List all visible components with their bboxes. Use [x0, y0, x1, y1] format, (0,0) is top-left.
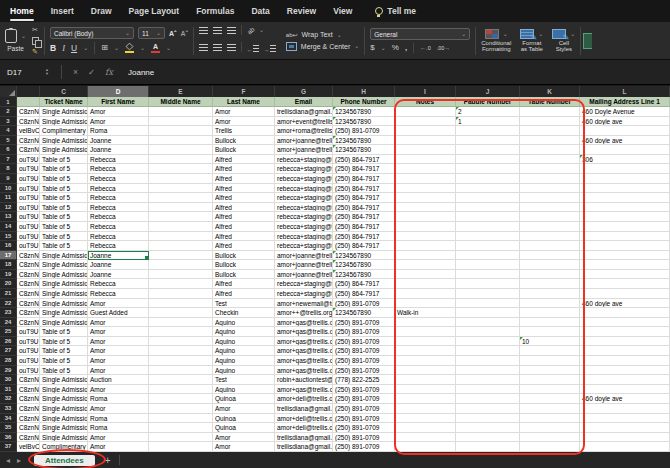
formula-input[interactable]: Joanne: [128, 68, 154, 77]
cell-L10[interactable]: [580, 184, 670, 194]
wrap-text-button[interactable]: ab↩ Wrap Text⌄: [286, 31, 359, 39]
cell-K4[interactable]: [520, 126, 580, 136]
cell-C16[interactable]: Table of 5: [40, 241, 88, 251]
cell-I6[interactable]: [395, 145, 456, 155]
cell-D4[interactable]: Roma: [88, 126, 149, 136]
cell-C2[interactable]: Single Admission: [40, 107, 88, 117]
cell-H22[interactable]: (250) 891-0709: [333, 299, 395, 309]
row-header-26[interactable]: 26: [0, 337, 17, 347]
row-header-34[interactable]: 34: [0, 414, 17, 424]
cell-I29[interactable]: [395, 366, 456, 376]
cell-H3[interactable]: 1234567890: [333, 117, 395, 127]
cell-23[interactable]: C8znN: [17, 308, 40, 318]
cell-H13[interactable]: (250) 864-7917: [333, 212, 395, 222]
cell-D19[interactable]: Joanne: [88, 270, 149, 280]
cell-G19[interactable]: amor+joanne@trellis.org: [275, 270, 333, 280]
cell-H32[interactable]: (250) 891-0709: [333, 394, 395, 404]
cell-2[interactable]: C8znN: [17, 107, 40, 117]
align-top-icon[interactable]: [199, 27, 208, 34]
cell-E14[interactable]: [149, 222, 213, 232]
cell-I11[interactable]: [395, 193, 456, 203]
cell-I23[interactable]: Walk-in: [395, 308, 456, 318]
cell-C18[interactable]: Single Admission: [40, 260, 88, 270]
cell-L19[interactable]: [580, 270, 670, 280]
cell-E12[interactable]: [149, 203, 213, 213]
cell-33[interactable]: C8znN: [17, 404, 40, 414]
column-header-K[interactable]: K: [520, 86, 580, 97]
cell-F14[interactable]: Alfred: [213, 222, 275, 232]
cell-D18[interactable]: Joanne: [88, 260, 149, 270]
cell-F3[interactable]: Amor: [213, 117, 275, 127]
cell-K21[interactable]: [520, 289, 580, 299]
cell-K23[interactable]: [520, 308, 580, 318]
cell-28[interactable]: ouT9U: [17, 356, 40, 366]
cell-J15[interactable]: [456, 232, 520, 242]
header-cell-email[interactable]: Email: [275, 97, 333, 107]
cell-L18[interactable]: [580, 260, 670, 270]
cell-D31[interactable]: Amor: [88, 385, 149, 395]
cell-J6[interactable]: [456, 145, 520, 155]
cell-H16[interactable]: (250) 864-7917: [333, 241, 395, 251]
cell-E32[interactable]: [149, 394, 213, 404]
cell-I28[interactable]: [395, 356, 456, 366]
cell-G34[interactable]: amor+dell@trellis.org: [275, 414, 333, 424]
header-cell-paddle[interactable]: Paddle Number: [456, 97, 520, 107]
cell-C3[interactable]: Single Admission: [40, 117, 88, 127]
cell-J23[interactable]: [456, 308, 520, 318]
cell-E31[interactable]: [149, 385, 213, 395]
row-header-2[interactable]: 2: [0, 107, 17, 117]
cell-34[interactable]: C8znN: [17, 414, 40, 424]
row-header-11[interactable]: 11: [0, 193, 17, 203]
cell-J31[interactable]: [456, 385, 520, 395]
cell-L21[interactable]: [580, 289, 670, 299]
cell-J10[interactable]: [456, 184, 520, 194]
cell-D14[interactable]: Rebecca: [88, 222, 149, 232]
merge-center-button[interactable]: Merge & Center⌄: [286, 42, 359, 51]
increase-indent-icon[interactable]: →: [264, 38, 276, 56]
cell-H30[interactable]: (778) 822-2525: [333, 375, 395, 385]
cell-K11[interactable]: [520, 193, 580, 203]
cell-I35[interactable]: [395, 423, 456, 433]
column-header-I[interactable]: I: [395, 86, 456, 97]
cell-E13[interactable]: [149, 212, 213, 222]
cell-L26[interactable]: [580, 337, 670, 347]
cell-G37[interactable]: trellisdiana@gmail.com: [275, 442, 333, 452]
cell-D32[interactable]: Roma: [88, 394, 149, 404]
cell-K18[interactable]: [520, 260, 580, 270]
cell-I27[interactable]: [395, 346, 456, 356]
cell-I7[interactable]: [395, 155, 456, 165]
comma-style-icon[interactable]: ,: [405, 44, 407, 52]
column-header-E[interactable]: E: [149, 86, 213, 97]
cell-F35[interactable]: Quinoa: [213, 423, 275, 433]
cell-H27[interactable]: (250) 891-0709: [333, 346, 395, 356]
cell-D33[interactable]: Amor: [88, 404, 149, 414]
row-header-19[interactable]: 19: [0, 270, 17, 280]
cell-I3[interactable]: [395, 117, 456, 127]
borders-icon[interactable]: ⊞: [101, 44, 108, 52]
cell-C27[interactable]: Table of 5: [40, 346, 88, 356]
row-header-28[interactable]: 28: [0, 356, 17, 366]
cell-J19[interactable]: [456, 270, 520, 280]
cell-6[interactable]: C8znN: [17, 145, 40, 155]
align-bottom-icon[interactable]: [227, 27, 236, 34]
cell-L30[interactable]: [580, 375, 670, 385]
cell-J2[interactable]: 2: [456, 107, 520, 117]
ribbon-tab-formulas[interactable]: Formulas: [196, 6, 234, 16]
name-box-stepper[interactable]: ▲▼: [45, 68, 49, 76]
cell-E16[interactable]: [149, 241, 213, 251]
cell-E27[interactable]: [149, 346, 213, 356]
cell-8[interactable]: ouT9U: [17, 164, 40, 174]
cell-K9[interactable]: [520, 174, 580, 184]
cell-F36[interactable]: Amor: [213, 433, 275, 443]
cell-H4[interactable]: (250) 891-0709: [333, 126, 395, 136]
cell-L12[interactable]: [580, 203, 670, 213]
cell-J17[interactable]: [456, 251, 520, 261]
ribbon-tab-insert[interactable]: Insert: [51, 6, 74, 16]
cell-D2[interactable]: Amor: [88, 107, 149, 117]
cell-G29[interactable]: amor+qas@trellis.org: [275, 366, 333, 376]
cell-G5[interactable]: amor+joanne@trellis.org: [275, 136, 333, 146]
cell-H2[interactable]: 1234567890: [333, 107, 395, 117]
cell-C21[interactable]: Single Admission: [40, 289, 88, 299]
row-header-24[interactable]: 24: [0, 318, 17, 328]
conditional-formatting-button[interactable]: ⌄ ConditionalFormatting: [481, 29, 511, 53]
